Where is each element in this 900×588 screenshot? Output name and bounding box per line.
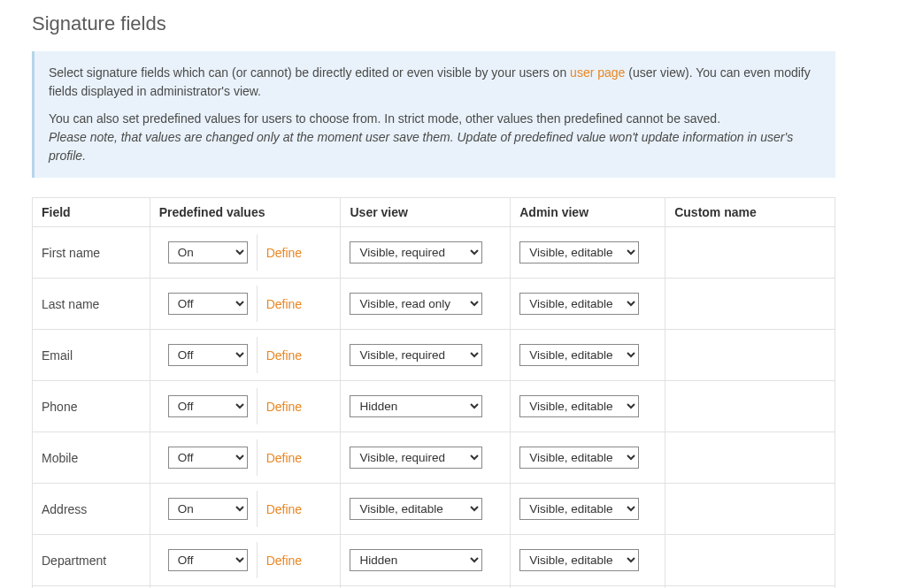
custom-name-cell [665, 279, 835, 330]
predefined-select[interactable]: OnOff [168, 447, 248, 469]
define-link[interactable]: Define [266, 297, 302, 311]
define-link[interactable]: Define [266, 348, 302, 363]
user-view-cell: Visible, requiredVisible, read onlyVisib… [341, 279, 511, 330]
col-admin-view: Admin view [511, 198, 665, 227]
table-row: Last nameOnOffDefineVisible, requiredVis… [33, 279, 835, 330]
user-view-select[interactable]: Visible, requiredVisible, read onlyVisib… [350, 395, 482, 417]
user-view-select[interactable]: Visible, requiredVisible, read onlyVisib… [350, 241, 482, 263]
user-view-select[interactable]: Visible, requiredVisible, read onlyVisib… [350, 293, 482, 315]
info-note: Please note, that values are changed onl… [49, 130, 793, 163]
admin-view-cell: Visible, editable [511, 227, 665, 279]
info-paragraph-2: You can also set predefined values for u… [49, 110, 821, 165]
user-view-cell: Visible, requiredVisible, read onlyVisib… [341, 330, 511, 381]
col-predefined: Predefined values [150, 198, 341, 227]
table-row: AddressOnOffDefineVisible, requiredVisib… [33, 484, 835, 535]
user-view-select[interactable]: Visible, requiredVisible, read onlyVisib… [350, 549, 482, 571]
custom-name-cell [665, 227, 835, 279]
admin-view-cell: Visible, editable [511, 484, 665, 535]
field-name-cell: Phone [33, 381, 150, 432]
predefined-select[interactable]: OnOff [168, 549, 248, 571]
define-link[interactable]: Define [266, 246, 302, 260]
user-view-select[interactable]: Visible, requiredVisible, read onlyVisib… [350, 447, 482, 469]
custom-name-cell [665, 330, 835, 381]
field-name-cell: Address [33, 484, 150, 535]
admin-view-select[interactable]: Visible, editable [519, 549, 639, 571]
field-name-cell: Email [33, 330, 150, 381]
table-row: EmailOnOffDefineVisible, requiredVisible… [33, 330, 835, 381]
user-page-link[interactable]: user page [570, 65, 625, 80]
user-view-cell: Visible, requiredVisible, read onlyVisib… [341, 227, 511, 279]
admin-view-cell: Visible, editable [511, 330, 665, 381]
info-text: You can also set predefined values for u… [49, 111, 720, 126]
page-title: Signature fields [32, 12, 835, 35]
table-row: DepartmentOnOffDefineVisible, requiredVi… [33, 535, 835, 586]
user-view-select[interactable]: Visible, requiredVisible, read onlyVisib… [350, 498, 482, 520]
field-name-cell: First name [33, 227, 150, 279]
col-field: Field [33, 198, 150, 227]
col-user-view: User view [341, 198, 511, 227]
admin-view-select[interactable]: Visible, editable [519, 241, 639, 263]
predefined-cell: OnOffDefine [150, 484, 341, 535]
user-view-cell: Visible, requiredVisible, read onlyVisib… [341, 432, 511, 484]
custom-name-cell [665, 484, 835, 535]
admin-view-select[interactable]: Visible, editable [519, 395, 639, 417]
admin-view-select[interactable]: Visible, editable [519, 344, 639, 366]
signature-fields-table: Field Predefined values User view Admin … [32, 197, 835, 588]
info-paragraph-1: Select signature fields which can (or ca… [49, 64, 821, 101]
define-link[interactable]: Define [266, 451, 302, 465]
custom-name-cell [665, 432, 835, 484]
predefined-cell: OnOffDefine [150, 227, 341, 279]
define-link[interactable]: Define [266, 554, 302, 568]
predefined-cell: OnOffDefine [150, 279, 341, 330]
predefined-select[interactable]: OnOff [168, 395, 248, 417]
table-header-row: Field Predefined values User view Admin … [33, 198, 835, 227]
admin-view-cell: Visible, editable [511, 535, 665, 586]
table-row: First nameOnOffDefineVisible, requiredVi… [33, 227, 835, 279]
admin-view-cell: Visible, editable [511, 279, 665, 330]
custom-name-cell [665, 381, 835, 432]
predefined-select[interactable]: OnOff [168, 293, 248, 315]
info-box: Select signature fields which can (or ca… [32, 51, 835, 178]
field-name-cell: Department [33, 535, 150, 586]
custom-name-cell [665, 535, 835, 586]
define-link[interactable]: Define [266, 400, 302, 414]
predefined-cell: OnOffDefine [150, 535, 341, 586]
user-view-cell: Visible, requiredVisible, read onlyVisib… [341, 381, 511, 432]
admin-view-select[interactable]: Visible, editable [519, 498, 639, 520]
field-name-cell: Mobile [33, 432, 150, 484]
field-name-cell: Last name [33, 279, 150, 330]
user-view-cell: Visible, requiredVisible, read onlyVisib… [341, 535, 511, 586]
predefined-cell: OnOffDefine [150, 381, 341, 432]
predefined-cell: OnOffDefine [150, 432, 341, 484]
admin-view-select[interactable]: Visible, editable [519, 293, 639, 315]
table-row: PhoneOnOffDefineVisible, requiredVisible… [33, 381, 835, 432]
admin-view-select[interactable]: Visible, editable [519, 447, 639, 469]
define-link[interactable]: Define [266, 502, 302, 516]
table-row: MobileOnOffDefineVisible, requiredVisibl… [33, 432, 835, 484]
col-custom-name: Custom name [665, 198, 835, 227]
admin-view-cell: Visible, editable [511, 432, 665, 484]
user-view-cell: Visible, requiredVisible, read onlyVisib… [341, 484, 511, 535]
info-text: Select signature fields which can (or ca… [49, 65, 570, 80]
predefined-select[interactable]: OnOff [168, 241, 248, 263]
admin-view-cell: Visible, editable [511, 381, 665, 432]
predefined-cell: OnOffDefine [150, 330, 341, 381]
user-view-select[interactable]: Visible, requiredVisible, read onlyVisib… [350, 344, 482, 366]
predefined-select[interactable]: OnOff [168, 344, 248, 366]
predefined-select[interactable]: OnOff [168, 498, 248, 520]
